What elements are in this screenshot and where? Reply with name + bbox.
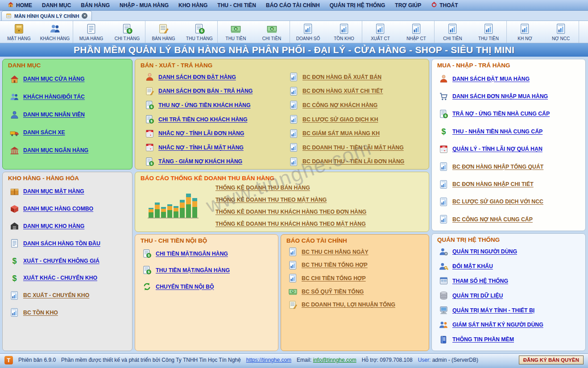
toolbar-button[interactable]: NHẬP CT	[398, 21, 435, 43]
link-label[interactable]: BC ĐƠN HÀNG ĐÃ XUẤT BÁN	[302, 74, 381, 80]
menubar-item[interactable]: KHO HÀNG	[174, 0, 212, 10]
link-label[interactable]: THU TIỀN MẶT/NGÂN HÀNG	[156, 267, 230, 273]
toolbar-button[interactable]: CHI T.HÀNG	[109, 21, 145, 43]
link-label[interactable]: BC ĐƠN HÀNG NHẬP CHI TIẾT	[452, 181, 534, 187]
link-item: XUẤT KHÁC - CHUYỂN KHO	[3, 269, 132, 287]
toolbar-button[interactable]: CHI TIỀN	[435, 21, 471, 43]
menubar-item[interactable]: THU - CHI TIỀN	[212, 0, 261, 10]
toolbar-button[interactable]: NỢ NCC	[543, 21, 579, 43]
link-label[interactable]: ĐỔI MẬT KHẨU	[452, 263, 493, 269]
link-item: DANH MỤC MẶT HÀNG	[3, 183, 132, 200]
toolbar-button[interactable]: THU T.HÀNG	[182, 21, 218, 43]
license-button[interactable]: ĐĂNG KÝ BẢN QUYỀN	[519, 356, 584, 364]
toolbar-button[interactable]: DOANH SỐ	[290, 21, 326, 43]
link-label[interactable]: DANH SÁCH XE	[23, 129, 65, 136]
link-label[interactable]: CHUYỂN TIỀN NỘI BỘ	[156, 284, 214, 290]
panel-title: BÁO CÁO THỐNG KÊ DOANH THU BÁN HÀNG	[135, 172, 429, 182]
link-label[interactable]: CHI TRẢ TIỀN CHO KHÁCH HÀNG	[158, 116, 247, 123]
toolbar-button[interactable]: MUA HÀNG	[73, 21, 109, 43]
link-label[interactable]: QUẢN TRỊ NGƯỜI DÙNG	[452, 248, 517, 255]
link-label[interactable]: DANH MỤC KHO HÀNG	[23, 223, 84, 229]
link-label[interactable]: TĂNG - GIẢM NỢ KHÁCH HÀNG	[158, 158, 242, 165]
link-label[interactable]: THỐNG KÊ DOANH THU KHÁCH HÀNG THEO MẶT H…	[215, 221, 366, 227]
website-link[interactable]: https://tinnghe.com	[246, 357, 291, 363]
link-label[interactable]: THU NỢ - ỨNG TIỀN KHÁCH HÀNG	[158, 102, 251, 108]
tab-main-screen[interactable]: MÀN HÌNH QUẢN LÝ CHÍNH	[1, 11, 92, 21]
link-label[interactable]: BC ĐƠN HÀNG XUẤT CHI TIẾT	[302, 88, 383, 94]
link-label[interactable]: BC DOANH THU - TIỀN LÃI MẶT HÀNG	[302, 145, 404, 151]
link-label[interactable]: THAM SỐ HỆ THỐNG	[452, 278, 508, 284]
link-label[interactable]: THỐNG KÊ DOANH THU KHÁCH HÀNG THEO ĐƠN H…	[215, 209, 366, 215]
link-label[interactable]: BC THU CHI HẰNG NGÀY	[302, 249, 369, 255]
link-label[interactable]: BC ĐƠN HÀNG NHẬP TỔNG QUÁT	[452, 164, 543, 170]
toolbar-button[interactable]: TỒN KHO	[326, 21, 362, 43]
menubar-item[interactable]: TRỢ GIÚP	[390, 0, 426, 10]
menubar-item[interactable]: HOME	[3, 0, 37, 10]
link-item: BC ĐƠN HÀNG NHẬP TỔNG QUÁT	[432, 158, 585, 175]
toolbar-button[interactable]: XUẤT CT	[362, 21, 398, 43]
link-label[interactable]: NHẮC NỢ - TÍNH LÃI MẶT HÀNG	[158, 145, 244, 151]
toolbar-button[interactable]: KHÁCH HÀNG	[37, 21, 73, 43]
link-label[interactable]: DANH SÁCH HÀNG TỒN ĐẦU	[23, 240, 100, 247]
link-label[interactable]: QUẢN LÝ - TÍNH LÃI NỢ QUÁ HẠN	[452, 146, 542, 152]
menubar-item[interactable]: BÁO CÁO TÀI CHÍNH	[261, 0, 325, 10]
link-label[interactable]: DANH SÁCH ĐƠN NHẬP MUA HÀNG	[452, 93, 548, 99]
menubar-item[interactable]: THOÁT	[426, 0, 463, 10]
toolbar-button[interactable]: MẶT HÀNG	[1, 21, 37, 43]
link-label[interactable]: THÔNG TIN PHẦN MỀM	[452, 336, 514, 343]
link-label[interactable]: DANH MỤC NHÂN VIÊN	[23, 112, 85, 118]
link-label[interactable]: BC LƯỢC SỬ GIAO DỊCH VỚI NCC	[452, 198, 543, 205]
link-label[interactable]: BC GIÁM SÁT MUA HÀNG KH	[302, 130, 380, 136]
toolbar-button-label: CHI TIỀN	[443, 36, 462, 41]
link-label[interactable]: BC XUẤT - CHUYỂN KHO	[23, 292, 89, 298]
report-icon	[483, 23, 494, 35]
menubar-item[interactable]: DANH MỤC	[37, 0, 76, 10]
link-label[interactable]: THỐNG KÊ DOANH THU BÁN HÀNG	[215, 185, 310, 191]
toolbar-button[interactable]: THU TIỀN	[218, 21, 254, 43]
menubar-item[interactable]: BÁN HÀNG	[76, 0, 115, 10]
link-label[interactable]: CHI TIỀN MẶT/NGÂN HÀNG	[156, 251, 228, 257]
link-label[interactable]: THỐNG KÊ DOANH THU THEO MẶT HÀNG	[215, 197, 327, 203]
link-item: DANH MỤC NHÂN VIÊN	[3, 106, 132, 124]
link-label[interactable]: DANH SÁCH ĐƠN ĐẶT HÀNG	[158, 74, 236, 80]
toolbar-button[interactable]: CHI TIỀN	[254, 21, 290, 43]
link-label[interactable]: BC LƯỢC SỬ GIAO DỊCH KH	[302, 116, 378, 123]
note-icon	[158, 23, 169, 35]
menubar-item[interactable]: QUẢN TRỊ HỆ THỐNG	[325, 0, 390, 10]
link-label[interactable]: XUẤT - CHUYỂN KHÔNG GIÁ	[23, 258, 99, 264]
link-label[interactable]: BC CÔNG NỢ NHÀ CUNG CẤP	[452, 216, 533, 223]
tab-close-icon[interactable]	[82, 13, 87, 19]
toolbar-button[interactable]: THU TIỀN	[471, 21, 507, 43]
transfer-icon	[141, 282, 152, 291]
link-label[interactable]: DANH MỤC MẶT HÀNG	[23, 188, 84, 194]
link-label[interactable]: TRẢ NỢ - ỨNG TIỀN NHÀ CUNG CẤP	[452, 111, 550, 117]
link-label[interactable]: QUẢN TRỊ MÁY TÍNH - THIẾT BỊ	[452, 307, 534, 314]
link-label[interactable]: XUẤT KHÁC - CHUYỂN KHO	[23, 275, 97, 281]
link-label[interactable]: THU - NHẬN TIỀN NHÀ CUNG CẤP	[452, 128, 542, 135]
doc-dollar-icon	[144, 115, 155, 124]
link-label[interactable]: BC DOANH THU, LỢI NHUẬN TỔNG	[302, 302, 395, 308]
menubar-item[interactable]: NHẬP - MUA HÀNG	[115, 0, 174, 10]
toolbar-button[interactable]: KH NỢ	[507, 21, 543, 43]
link-label[interactable]: GIÁM SÁT NHẬT KÝ NGƯỜI DÙNG	[452, 322, 543, 328]
link-label[interactable]: KHÁCH HÀNG/ĐỐI TÁC	[23, 94, 85, 100]
link-label[interactable]: DANH MỤC NGÂN HÀNG	[23, 147, 88, 153]
link-label[interactable]: BC SỐ QUỸ TIỀN TỔNG	[302, 289, 364, 295]
toolbar-button[interactable]: BÁN HÀNG	[145, 21, 182, 43]
link-label[interactable]: BC CÔNG NỢ KHÁCH HÀNG	[302, 102, 377, 108]
link-label[interactable]: BC CHI TIỀN TỔNG HỢP	[302, 275, 366, 281]
link-label[interactable]: DANH MỤC HÀNG COMBO	[23, 206, 93, 212]
link-label[interactable]: BC DOANH THU - TIỀN LÃI ĐƠN HÀNG	[302, 158, 404, 165]
box-icon	[9, 187, 20, 196]
link-label[interactable]: QUẢN TRỊ DỮ LIỆU	[452, 293, 503, 299]
link-label[interactable]: BC THU TIỀN TỔNG HỢP	[302, 262, 368, 268]
dollar-icon	[9, 256, 20, 265]
link-label[interactable]: NHẮC NỢ - TÍNH LÃI ĐƠN HÀNG	[158, 130, 244, 136]
email-link[interactable]: info@tinnghe.com	[313, 357, 356, 363]
panel-title: KHO HÀNG - HÀNG HÓA	[3, 172, 132, 183]
link-label[interactable]: BC TỒN KHO	[23, 310, 58, 316]
link-label[interactable]: DANH SÁCH ĐƠN BÁN - TRẢ HÀNG	[158, 88, 253, 94]
toolbar-button-label: MUA HÀNG	[79, 36, 103, 41]
link-label[interactable]: DANH SÁCH ĐẶT MUA HÀNG	[452, 76, 530, 82]
link-label[interactable]: DANH MỤC CỬA HÀNG	[23, 76, 85, 82]
